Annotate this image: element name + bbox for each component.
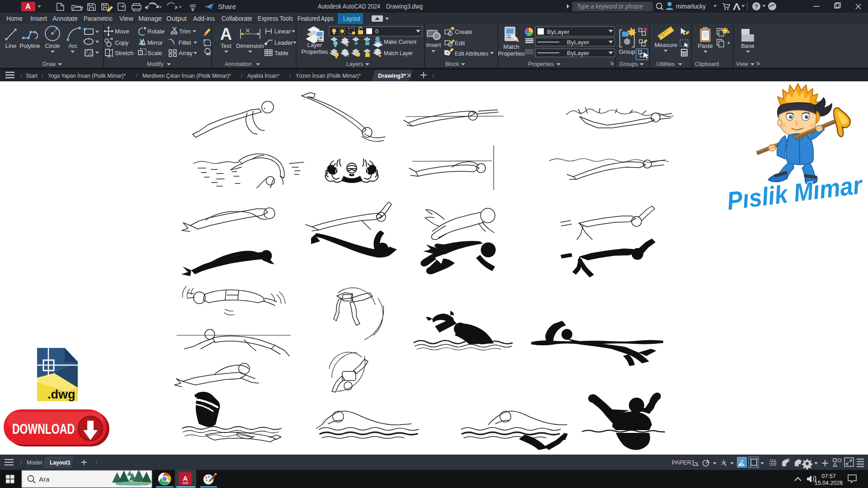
- svg-text:Linear: Linear: [274, 28, 291, 35]
- svg-text:ByLayer: ByLayer: [567, 50, 590, 56]
- svg-text:Mirror: Mirror: [147, 39, 163, 46]
- svg-text:Polyline: Polyline: [19, 42, 40, 49]
- svg-text:Move: Move: [115, 28, 129, 35]
- svg-text:/: /: [96, 459, 98, 466]
- svg-text:Autodesk AutoCAD 2024: Autodesk AutoCAD 2024: [318, 2, 380, 10]
- svg-text:Output: Output: [166, 15, 187, 22]
- svg-text:Leader: Leader: [274, 39, 293, 46]
- svg-text:Table: Table: [274, 50, 288, 56]
- svg-text:Start: Start: [26, 72, 38, 79]
- svg-text:Layout: Layout: [343, 15, 360, 22]
- svg-text:/: /: [136, 72, 137, 79]
- svg-text:ByLayer: ByLayer: [567, 39, 590, 46]
- svg-text:Scale: Scale: [147, 50, 162, 56]
- svg-text:Text: Text: [221, 42, 231, 49]
- svg-text:Utilities: Utilities: [656, 61, 675, 67]
- svg-text:Ara: Ara: [39, 475, 50, 483]
- svg-text:/: /: [432, 72, 434, 79]
- svg-text:Add-ins: Add-ins: [193, 15, 215, 22]
- svg-text:Draw: Draw: [42, 61, 56, 67]
- svg-text:CAD: CAD: [183, 482, 188, 484]
- svg-text:Modify: Modify: [147, 61, 164, 67]
- svg-text:Copy: Copy: [115, 39, 129, 46]
- svg-text:Properties: Properties: [301, 48, 328, 55]
- svg-text:Layout1: Layout1: [50, 459, 71, 466]
- svg-text:View: View: [119, 15, 134, 22]
- svg-text:Dimension: Dimension: [236, 42, 264, 49]
- svg-text:Yüzen İnsan (Pislik Mimar)*: Yüzen İnsan (Pislik Mimar)*: [296, 72, 361, 79]
- svg-text:Match: Match: [503, 43, 519, 50]
- svg-text:Parametric: Parametric: [84, 15, 113, 22]
- svg-text:/: /: [289, 72, 291, 79]
- svg-text:07:57: 07:57: [821, 473, 835, 479]
- svg-text:Base: Base: [741, 42, 755, 49]
- svg-text:Insert: Insert: [30, 15, 47, 22]
- svg-text:Express Tools: Express Tools: [258, 15, 293, 22]
- svg-text:A: A: [183, 474, 188, 482]
- svg-text:Model: Model: [27, 459, 42, 466]
- svg-text:/: /: [20, 459, 22, 466]
- svg-text:Share: Share: [218, 3, 236, 10]
- svg-text:Type a keyword or phrase: Type a keyword or phrase: [577, 3, 643, 10]
- svg-text:Yoga Yapan İnsan (Pislik Mimar: Yoga Yapan İnsan (Pislik Mimar)*: [48, 72, 126, 79]
- svg-text:Circle: Circle: [45, 42, 60, 49]
- svg-text:Properties: Properties: [498, 50, 525, 57]
- svg-text:Annotation: Annotation: [225, 61, 252, 67]
- svg-text:15.04.2026: 15.04.2026: [815, 480, 843, 486]
- svg-text:Groups: Groups: [619, 61, 638, 67]
- svg-text:/: /: [20, 72, 22, 79]
- svg-text:Edit Attributes: Edit Attributes: [455, 50, 488, 57]
- svg-text:?: ?: [755, 3, 758, 10]
- svg-text:PAPER: PAPER: [672, 459, 691, 466]
- svg-text:Ayakta İnsan*: Ayakta İnsan*: [247, 72, 280, 79]
- svg-text:Line: Line: [5, 42, 17, 49]
- svg-text:Layer: Layer: [307, 42, 322, 48]
- svg-text:mimarlucky: mimarlucky: [676, 2, 706, 10]
- svg-text:Home: Home: [6, 15, 23, 22]
- svg-text:.dwg: .dwg: [47, 388, 75, 401]
- svg-text:DOWNLOAD: DOWNLOAD: [12, 421, 75, 437]
- svg-text:Arc: Arc: [68, 42, 77, 49]
- svg-text:Manage: Manage: [138, 15, 162, 22]
- svg-text:0: 0: [375, 28, 378, 35]
- svg-text:Array: Array: [179, 50, 193, 56]
- svg-text:Clipboard: Clipboard: [695, 61, 719, 67]
- svg-text:Group: Group: [619, 48, 635, 55]
- svg-text:Properties: Properties: [528, 61, 554, 67]
- svg-text:Paste: Paste: [698, 42, 712, 49]
- svg-text:Collaborate: Collaborate: [222, 15, 252, 22]
- svg-text:Create: Create: [455, 28, 472, 35]
- svg-text:Fillet: Fillet: [179, 39, 191, 46]
- svg-text:A: A: [220, 25, 232, 43]
- svg-text:Trim: Trim: [179, 28, 191, 35]
- svg-text:Edit: Edit: [455, 40, 465, 47]
- svg-text:Drawing3.dwg: Drawing3.dwg: [386, 2, 423, 10]
- svg-text:ByLayer: ByLayer: [547, 28, 570, 35]
- svg-text:/: /: [241, 72, 243, 79]
- svg-text:A: A: [25, 3, 31, 10]
- svg-text:Insert: Insert: [426, 42, 441, 48]
- svg-text:Make Current: Make Current: [384, 38, 416, 45]
- svg-text:Annotate: Annotate: [52, 15, 78, 22]
- svg-text:Merdiven Çıkan İnsan (Pislik M: Merdiven Çıkan İnsan (Pislik Mimar)*: [142, 72, 231, 79]
- svg-text:Featured Apps: Featured Apps: [297, 15, 334, 22]
- svg-text:Measure: Measure: [655, 42, 678, 48]
- svg-text:Layers: Layers: [346, 61, 363, 67]
- svg-text:Block: Block: [445, 61, 459, 67]
- svg-text:Rotate: Rotate: [147, 28, 165, 35]
- svg-text:Stretch: Stretch: [115, 50, 133, 56]
- svg-text:Match Layer: Match Layer: [384, 50, 413, 56]
- svg-text:Drawing3*: Drawing3*: [378, 72, 406, 79]
- svg-text:/: /: [42, 72, 43, 79]
- svg-text:View: View: [736, 61, 749, 67]
